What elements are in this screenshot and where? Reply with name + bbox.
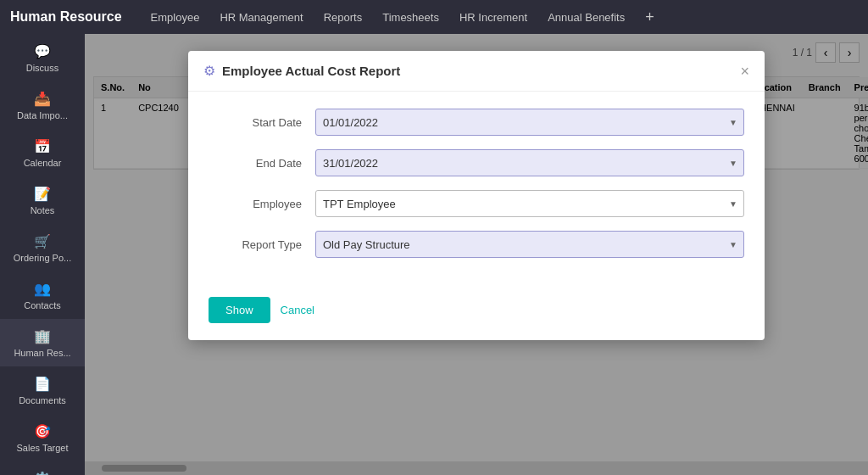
- report-type-select[interactable]: Old Pay Structure New Pay Structure: [315, 231, 744, 258]
- sidebar-label-contacts: Contacts: [24, 300, 60, 310]
- report-type-select-wrapper: Old Pay Structure New Pay Structure ▼: [315, 231, 744, 258]
- modal-body: Start Date ▼ End Date ▼: [188, 92, 765, 288]
- calendar-icon: 📅: [34, 137, 51, 154]
- sidebar-item-human-res[interactable]: 🏢 Human Res...: [0, 319, 85, 366]
- ordering-icon: 🛒: [34, 232, 51, 249]
- form-row-end-date: End Date ▼: [209, 149, 744, 176]
- modal-dialog: ⚙ Employee Actual Cost Report × Start Da…: [188, 51, 765, 340]
- start-date-wrapper: ▼: [315, 109, 744, 136]
- employee-select[interactable]: TPT Employee: [315, 190, 744, 217]
- nav-employee[interactable]: Employee: [151, 11, 200, 24]
- add-nav-button[interactable]: +: [645, 8, 654, 26]
- cancel-button[interactable]: Cancel: [281, 304, 314, 316]
- start-date-label: Start Date: [209, 116, 302, 129]
- modal-title: Employee Actual Cost Report: [222, 64, 733, 78]
- end-date-input[interactable]: [315, 149, 744, 176]
- sidebar-label-human-res: Human Res...: [14, 348, 70, 358]
- sidebar-item-bi-settings[interactable]: ⚙️ BI Settings: [0, 461, 85, 475]
- nav-hr-increment[interactable]: HR Increment: [459, 11, 527, 24]
- discuss-icon: 💬: [34, 42, 51, 59]
- bi-settings-icon: ⚙️: [34, 470, 51, 475]
- form-row-start-date: Start Date ▼: [209, 109, 744, 136]
- modal-overlay: ⚙ Employee Actual Cost Report × Start Da…: [85, 34, 868, 475]
- sidebar-label-calendar: Calendar: [24, 158, 62, 168]
- sales-target-icon: 🎯: [34, 422, 51, 439]
- employee-select-wrapper: TPT Employee ▼: [315, 190, 744, 217]
- sidebar-label-ordering: Ordering Po...: [14, 253, 71, 263]
- documents-icon: 📄: [34, 375, 51, 392]
- sidebar: 💬 Discuss 📥 Data Impo... 📅 Calendar 📝 No…: [0, 34, 85, 475]
- end-date-wrapper: ▼: [315, 149, 744, 176]
- end-date-label: End Date: [209, 157, 302, 170]
- sidebar-item-notes[interactable]: 📝 Notes: [0, 176, 85, 224]
- modal-header: ⚙ Employee Actual Cost Report ×: [188, 51, 765, 92]
- sidebar-item-documents[interactable]: 📄 Documents: [0, 366, 85, 414]
- nav-annual-benefits[interactable]: Annual Benefits: [548, 11, 625, 24]
- nav-reports[interactable]: Reports: [324, 11, 363, 24]
- start-date-input[interactable]: [315, 109, 744, 136]
- sidebar-label-documents: Documents: [19, 395, 66, 405]
- main-layout: 💬 Discuss 📥 Data Impo... 📅 Calendar 📝 No…: [0, 34, 868, 475]
- report-type-label: Report Type: [209, 238, 302, 251]
- notes-icon: 📝: [34, 185, 51, 202]
- form-row-report-type: Report Type Old Pay Structure New Pay St…: [209, 231, 744, 258]
- sidebar-item-contacts[interactable]: 👥 Contacts: [0, 271, 85, 319]
- brand-title: Human Resource: [10, 9, 122, 25]
- sidebar-label-notes: Notes: [31, 205, 55, 215]
- sidebar-item-sales-target[interactable]: 🎯 Sales Target: [0, 414, 85, 461]
- human-res-icon: 🏢: [34, 327, 51, 344]
- sidebar-item-ordering-po[interactable]: 🛒 Ordering Po...: [0, 224, 85, 271]
- sidebar-label-discuss: Discuss: [26, 63, 59, 73]
- modal-icon: ⚙: [203, 63, 215, 79]
- content-area: 1 / 1 ‹ › S.No. No Name Father Name Gend…: [85, 34, 868, 475]
- sidebar-item-discuss[interactable]: 💬 Discuss: [0, 34, 85, 81]
- sidebar-item-calendar[interactable]: 📅 Calendar: [0, 129, 85, 176]
- nav-timesheets[interactable]: Timesheets: [382, 11, 439, 24]
- contacts-icon: 👥: [34, 280, 51, 297]
- nav-hr-management[interactable]: HR Management: [220, 11, 303, 24]
- show-button[interactable]: Show: [209, 297, 270, 323]
- modal-footer: Show Cancel: [188, 288, 765, 340]
- employee-label: Employee: [209, 198, 302, 210]
- sidebar-label-sales-target: Sales Target: [17, 443, 69, 453]
- form-row-employee: Employee TPT Employee ▼: [209, 190, 744, 217]
- sidebar-label-data-import: Data Impo...: [17, 110, 68, 120]
- top-nav: Human Resource Employee HR Management Re…: [0, 0, 868, 34]
- sidebar-item-data-import[interactable]: 📥 Data Impo...: [0, 81, 85, 129]
- modal-close-button[interactable]: ×: [740, 64, 749, 79]
- data-import-icon: 📥: [34, 90, 51, 107]
